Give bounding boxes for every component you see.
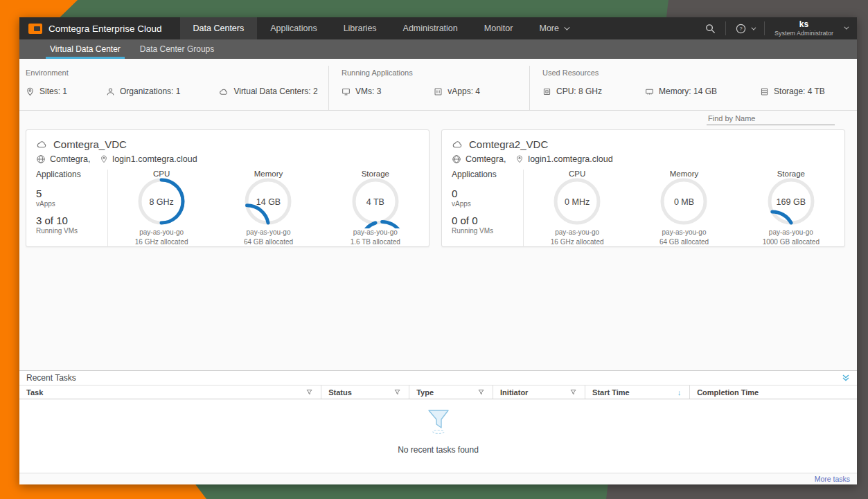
applications-column: Applications 5 vApps 3 of 10 Running VMs <box>26 170 108 247</box>
vdc-title[interactable]: Comtegra2_VDC <box>469 138 548 150</box>
main-content: Environment Sites: 1 Organizations: 1 <box>19 59 857 484</box>
chevron-down-icon <box>564 24 569 30</box>
stats-group-title: Used Resources <box>542 69 857 77</box>
nav-item-more[interactable]: More <box>526 17 581 39</box>
storage-icon <box>760 87 769 96</box>
cpu-gauge: CPU 0 MHz pay-as-you-go 16 GHz allocated <box>524 170 630 247</box>
sort-desc-icon[interactable]: ↓ <box>677 388 682 397</box>
collapse-panel-button[interactable] <box>842 374 850 382</box>
vapps-count: 5 <box>36 188 107 199</box>
column-type: Type <box>409 385 493 399</box>
stat-virtual-data-centers: Virtual Data Centers: 2 <box>219 87 317 96</box>
main-menu: Data Centers Applications Libraries Admi… <box>180 17 581 39</box>
stat-storage: Storage: 4 TB <box>760 87 825 96</box>
brand-name: Comtegra Enterprise Cloud <box>48 24 162 34</box>
sub-navigation-bar: Virtual Data Center Data Center Groups <box>19 39 857 59</box>
column-status: Status <box>321 385 409 399</box>
applications-column: Applications 0 vApps 0 of 0 Running VMs <box>442 170 524 247</box>
brand-logo-icon <box>28 24 42 34</box>
more-tasks-link[interactable]: More tasks <box>815 475 850 483</box>
vdc-site: login1.comtegra.cloud <box>112 154 197 164</box>
stats-group-environment: Environment Sites: 1 Organizations: 1 <box>19 66 328 110</box>
search-button[interactable] <box>696 17 725 39</box>
stat-vapps: vApps: 4 <box>434 87 480 96</box>
top-navigation-bar: Comtegra Enterprise Cloud Data Centers A… <box>19 17 857 39</box>
filter-icon[interactable] <box>394 389 400 395</box>
double-chevron-down-icon <box>842 374 850 382</box>
vdc-card-comtegra[interactable]: Comtegra_VDC Comtegra, login1.comtegra.c… <box>26 129 429 247</box>
vapps-count: 0 <box>452 188 523 199</box>
app-window: Comtegra Enterprise Cloud Data Centers A… <box>19 17 857 484</box>
nav-item-libraries[interactable]: Libraries <box>330 17 390 39</box>
tasks-empty-state: No recent tasks found <box>19 399 857 473</box>
pin-icon <box>26 87 35 96</box>
chevron-down-icon <box>751 25 756 30</box>
tasks-footer: More tasks <box>19 473 857 484</box>
column-start-time: Start Time ↓ <box>585 385 689 399</box>
storage-gauge: Storage 4 TB pay-as-you-go 1.6 TB alloca… <box>322 170 429 247</box>
cloud-icon <box>219 87 229 96</box>
tab-data-center-groups[interactable]: Data Center Groups <box>130 39 224 59</box>
stat-vms: VMs: 3 <box>342 87 381 96</box>
help-icon: ? <box>736 24 746 34</box>
vapp-icon <box>434 87 443 96</box>
user-role: System Administrator <box>774 30 833 37</box>
column-completion-time: Completion Time <box>689 385 857 399</box>
nav-item-administration[interactable]: Administration <box>390 17 471 39</box>
chevron-down-icon <box>844 25 849 30</box>
stats-group-running-applications: Running Applications VMs: 3 vApps: 4 <box>328 66 529 110</box>
empty-message: No recent tasks found <box>398 445 479 455</box>
recent-tasks-panel: Recent Tasks Task Status <box>19 370 857 473</box>
organization-icon <box>106 87 115 96</box>
tab-virtual-data-center[interactable]: Virtual Data Center <box>40 39 130 59</box>
find-bar <box>19 111 857 129</box>
topnav-right-controls: ? ks System Administrator <box>696 17 857 39</box>
empty-filter-funnel-icon <box>424 408 453 435</box>
pin-icon <box>515 155 524 163</box>
globe-icon <box>36 154 46 164</box>
vm-icon <box>342 87 351 96</box>
cloud-icon <box>452 139 463 149</box>
vdc-org: Comtegra, <box>50 154 90 164</box>
vdc-card-comtegra2[interactable]: Comtegra2_VDC Comtegra, login1.comtegra.… <box>441 129 845 247</box>
user-initials: ks <box>774 20 833 30</box>
svg-text:?: ? <box>739 26 742 32</box>
stat-sites: Sites: 1 <box>26 87 67 96</box>
filter-icon[interactable] <box>478 389 484 395</box>
running-vms-count: 3 of 10 <box>36 215 107 226</box>
user-menu[interactable]: ks System Administrator <box>765 20 857 37</box>
memory-icon <box>645 87 654 96</box>
stats-group-used-resources: Used Resources CPU: 8 GHz Memory: 14 GB <box>529 66 857 110</box>
stats-group-title: Environment <box>26 69 328 77</box>
column-task: Task <box>19 385 321 399</box>
nav-item-data-centers[interactable]: Data Centers <box>180 17 258 39</box>
filter-icon[interactable] <box>570 389 576 395</box>
search-icon <box>705 24 716 34</box>
tasks-table-header: Task Status Type <box>19 385 857 399</box>
nav-item-applications[interactable]: Applications <box>257 17 330 39</box>
memory-gauge: Memory 14 GB pay-as-you-go 64 GB allocat… <box>215 170 321 247</box>
running-vms-count: 0 of 0 <box>452 215 523 226</box>
user-text: ks System Administrator <box>774 20 833 37</box>
brand: Comtegra Enterprise Cloud <box>19 17 180 39</box>
cpu-gauge: CPU 8 GHz pay-as-you-go 16 GHz allocated <box>108 170 215 247</box>
memory-gauge: Memory 0 MB pay-as-you-go 64 GB allocate… <box>630 170 737 247</box>
pin-icon <box>100 155 108 163</box>
column-initiator: Initiator <box>493 385 585 399</box>
stats-bar: Environment Sites: 1 Organizations: 1 <box>19 59 857 111</box>
filter-icon[interactable] <box>306 389 312 395</box>
nav-item-monitor[interactable]: Monitor <box>471 17 526 39</box>
recent-tasks-title: Recent Tasks <box>26 373 76 383</box>
vdc-org: Comtegra, <box>466 154 506 164</box>
find-by-name-input[interactable] <box>707 113 835 125</box>
vdc-cards: Comtegra_VDC Comtegra, login1.comtegra.c… <box>19 129 857 247</box>
vdc-site: login1.comtegra.cloud <box>528 154 612 164</box>
stats-group-title: Running Applications <box>342 69 529 77</box>
storage-gauge: Storage 169 GB pay-as-you-go 1000 GB all… <box>738 170 844 247</box>
stat-organizations: Organizations: 1 <box>106 87 180 96</box>
stat-cpu: CPU: 8 GHz <box>542 87 602 96</box>
vdc-title[interactable]: Comtegra_VDC <box>53 138 127 150</box>
cpu-icon <box>542 87 551 96</box>
help-button[interactable]: ? <box>726 17 764 39</box>
cloud-icon <box>36 139 48 149</box>
